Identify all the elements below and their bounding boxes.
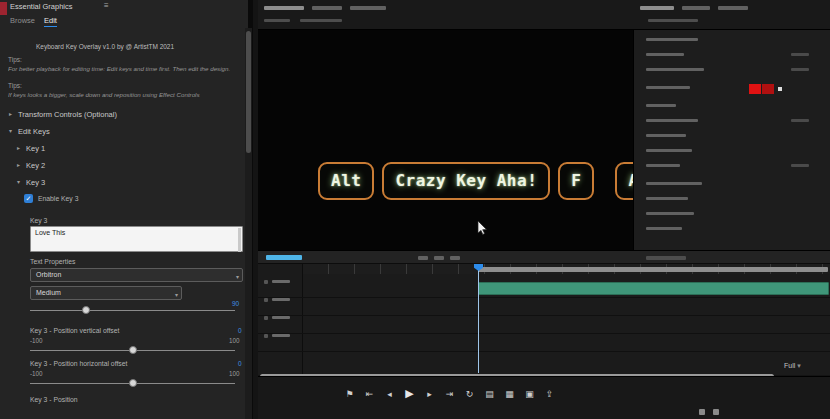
font-weight-select[interactable]: Medium ▾ (30, 286, 182, 300)
go-to-in-button[interactable]: ⇤ (364, 389, 375, 399)
property-row-label (646, 134, 686, 137)
export-frame-button[interactable]: ▣ (524, 389, 535, 399)
row-label: Key 2 (26, 161, 45, 170)
track-label-a2[interactable] (272, 316, 290, 319)
panel-tab-strip (258, 0, 830, 30)
row-label: Transform Controls (Optional) (18, 110, 117, 119)
panel-tab[interactable] (682, 6, 710, 10)
track-label-a3[interactable] (272, 334, 290, 337)
lane-divider (258, 315, 830, 316)
lane-divider (258, 297, 830, 298)
row-key-3[interactable]: ▾Key 3 (17, 178, 45, 187)
horizontal-offset-slider[interactable] (30, 379, 235, 388)
essential-graphics-panel: Essential Graphics ≡ Browse Edit Keyboar… (0, 0, 253, 419)
share-button[interactable]: ⇪ (544, 389, 555, 399)
property-row-label (646, 149, 692, 152)
panel-tab[interactable] (718, 6, 748, 10)
vertical-offset-label: Key 3 - Position vertical offset (30, 327, 119, 334)
row-transform-controls[interactable]: ▸Transform Controls (Optional) (9, 110, 117, 119)
keycap: Alt (318, 162, 374, 200)
playback-resolution-value: Full (784, 362, 795, 369)
enable-key3-label: Enable Key 3 (38, 195, 78, 202)
size-slider[interactable] (30, 306, 235, 315)
property-value[interactable] (791, 119, 809, 122)
enable-key3-checkbox[interactable]: ✓ (24, 194, 33, 203)
property-value[interactable] (791, 68, 809, 71)
font-family-select[interactable]: Orbitron ▾ (30, 268, 243, 282)
timeline-option[interactable] (646, 256, 686, 260)
playback-resolution-dropdown[interactable]: Full ▾ (784, 362, 801, 370)
step-back-button[interactable]: ◂ (384, 389, 395, 399)
input-scrollbar[interactable] (238, 228, 241, 252)
font-family-value: Orbitron (36, 271, 61, 278)
tab-browse[interactable]: Browse (10, 16, 35, 25)
horizontal-offset-label: Key 3 - Position horizontal offset (30, 360, 127, 367)
timeline-tool-icon[interactable] (450, 256, 460, 260)
panel-subtab[interactable] (300, 19, 342, 22)
program-monitor (258, 30, 633, 250)
chevron-down-icon: ▾ (175, 289, 178, 301)
track-toggle[interactable] (264, 316, 268, 320)
chevron-down-icon: ▾ (797, 362, 801, 369)
key3-text-input[interactable]: Love This (30, 226, 243, 252)
tips-label-2: Tips: (8, 82, 22, 89)
track-label-a1[interactable] (272, 298, 290, 301)
color-swatch-white[interactable] (778, 87, 782, 91)
vertical-offset-slider[interactable] (30, 346, 235, 355)
slider-handle[interactable] (82, 306, 90, 314)
extract-button[interactable]: ▦ (504, 389, 515, 399)
color-swatch-red-2[interactable] (762, 84, 774, 94)
tab-edit[interactable]: Edit (44, 16, 57, 27)
slider-handle[interactable] (129, 379, 137, 387)
mouse-cursor (477, 221, 489, 236)
property-row-label (646, 197, 688, 200)
track-toggle[interactable] (264, 280, 268, 284)
property-row-label (646, 104, 676, 107)
property-value[interactable] (791, 53, 809, 56)
premiere-window: Essential Graphics ≡ Browse Edit Keyboar… (0, 0, 830, 419)
text-properties-label: Text Properties (30, 258, 75, 265)
timeline-tool-icon[interactable] (434, 256, 444, 260)
property-value[interactable] (791, 164, 809, 167)
playhead[interactable] (478, 264, 479, 373)
property-row-label (646, 164, 680, 167)
track-label-v1[interactable] (272, 280, 290, 283)
lift-button[interactable]: ▤ (484, 389, 495, 399)
panel-menu-icon[interactable]: ≡ (104, 1, 109, 10)
panel-tab[interactable] (640, 6, 674, 10)
workspace-mini-button-2[interactable] (713, 409, 719, 415)
loop-button[interactable]: ↻ (464, 389, 475, 399)
key3-text-value: Love This (35, 229, 65, 236)
row-label: Key 3 (26, 178, 45, 187)
color-swatch-red[interactable] (749, 84, 761, 94)
timeline-header (258, 251, 830, 264)
lane-divider (258, 333, 830, 334)
slider-handle[interactable] (129, 346, 137, 354)
timeline-clip[interactable] (478, 282, 829, 295)
step-forward-button[interactable]: ▸ (424, 389, 435, 399)
panel-tab[interactable] (264, 6, 304, 10)
next-row-label-partial: Key 3 - Position (30, 396, 78, 403)
panel-tab[interactable] (312, 6, 342, 10)
panel-subtab[interactable] (264, 19, 290, 22)
lane-divider (258, 351, 830, 352)
font-weight-value: Medium (36, 289, 61, 296)
play-button[interactable]: ▶ (404, 387, 415, 400)
timeline-tool-icon[interactable] (418, 256, 428, 260)
workspace-mini-button[interactable] (699, 409, 705, 415)
track-toggle[interactable] (264, 334, 268, 338)
app-logo (0, 2, 7, 15)
panel-scrollbar-thumb[interactable] (246, 31, 251, 153)
row-edit-keys[interactable]: ▾Edit Keys (9, 127, 50, 136)
property-row-label (646, 68, 704, 71)
timeline-clip-upper[interactable] (478, 267, 828, 272)
panel-tab[interactable] (350, 6, 386, 10)
add-marker-button[interactable]: ⚑ (344, 389, 355, 399)
go-to-out-button[interactable]: ⇥ (444, 389, 455, 399)
row-key-2[interactable]: ▸Key 2 (17, 161, 45, 170)
track-toggle[interactable] (264, 298, 268, 302)
panel-subtab[interactable] (648, 19, 698, 22)
row-key-1[interactable]: ▸Key 1 (17, 144, 45, 153)
chevron-down-icon: ▾ (17, 178, 26, 185)
timecode-display[interactable] (266, 255, 302, 260)
